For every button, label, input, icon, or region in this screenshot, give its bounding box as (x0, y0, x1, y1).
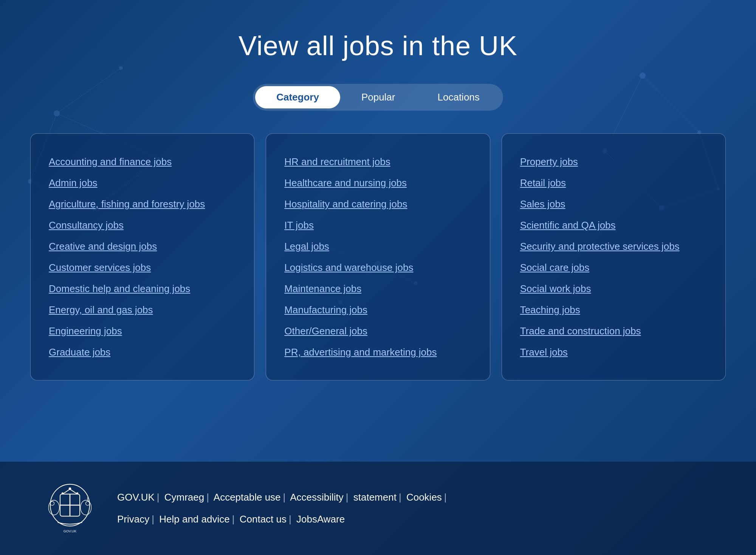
svg-point-32 (62, 492, 64, 494)
job-link[interactable]: Consultancy jobs (49, 220, 124, 231)
list-item: Retail jobs (520, 173, 707, 193)
list-item: Manufacturing jobs (284, 300, 471, 320)
job-link[interactable]: Manufacturing jobs (284, 304, 367, 315)
list-item: IT jobs (284, 215, 471, 235)
job-link[interactable]: Agriculture, fishing and forestry jobs (49, 198, 205, 210)
category-card-2: HR and recruitment jobs Healthcare and n… (266, 133, 490, 380)
list-item: Security and protective services jobs (520, 237, 707, 256)
footer-links: GOV.UK| Cymraeg| Acceptable use| Accessi… (117, 487, 449, 530)
list-item: Accounting and finance jobs (49, 152, 236, 172)
list-item: HR and recruitment jobs (284, 152, 471, 172)
list-item: Creative and design jobs (49, 237, 236, 256)
category-card-1: Accounting and finance jobs Admin jobs A… (30, 133, 254, 380)
list-item: Engineering jobs (49, 321, 236, 341)
list-item: Travel jobs (520, 342, 707, 362)
page-title: View all jobs in the UK (239, 30, 517, 61)
svg-point-37 (86, 501, 90, 505)
svg-point-33 (76, 492, 78, 494)
list-item: Teaching jobs (520, 300, 707, 320)
footer-link-cymraeg[interactable]: Cymraeg (164, 492, 204, 503)
job-link[interactable]: Logistics and warehouse jobs (284, 262, 413, 273)
list-item: Logistics and warehouse jobs (284, 258, 471, 277)
list-item: Domestic help and cleaning jobs (49, 279, 236, 298)
footer-link-acceptable-use[interactable]: Acceptable use (214, 492, 281, 503)
svg-point-35 (50, 501, 54, 505)
job-link[interactable]: Maintenance jobs (284, 283, 361, 294)
job-link[interactable]: Social work jobs (520, 283, 591, 294)
job-link[interactable]: Creative and design jobs (49, 241, 157, 252)
job-link[interactable]: PR, advertising and marketing jobs (284, 346, 437, 358)
list-item: Healthcare and nursing jobs (284, 173, 471, 193)
tab-bar: Category Popular Locations (253, 84, 503, 111)
job-link[interactable]: Hospitality and catering jobs (284, 198, 407, 210)
tab-locations[interactable]: Locations (417, 86, 501, 108)
job-link[interactable]: Social care jobs (520, 262, 590, 273)
category-card-3: Property jobs Retail jobs Sales jobs Sci… (502, 133, 726, 380)
footer-links-row2: Privacy| Help and advice| Contact us| Jo… (117, 509, 449, 530)
job-link[interactable]: Legal jobs (284, 241, 329, 252)
list-item: Consultancy jobs (49, 215, 236, 235)
list-item: Social work jobs (520, 279, 707, 298)
list-item: Maintenance jobs (284, 279, 471, 298)
list-item: Graduate jobs (49, 342, 236, 362)
job-link[interactable]: Energy, oil and gas jobs (49, 304, 153, 315)
job-link[interactable]: Graduate jobs (49, 346, 110, 358)
footer-link-jobsaware[interactable]: JobsAware (296, 513, 345, 525)
category-list-3: Property jobs Retail jobs Sales jobs Sci… (520, 152, 707, 362)
footer-link-contact[interactable]: Contact us (240, 513, 287, 525)
job-link[interactable]: Accounting and finance jobs (49, 156, 172, 167)
list-item: Trade and construction jobs (520, 321, 707, 341)
footer-link-help[interactable]: Help and advice (159, 513, 229, 525)
list-item: Property jobs (520, 152, 707, 172)
job-link[interactable]: Retail jobs (520, 177, 566, 189)
job-link[interactable]: IT jobs (284, 220, 314, 231)
tab-category[interactable]: Category (255, 86, 340, 108)
job-link[interactable]: Engineering jobs (49, 325, 122, 337)
job-link[interactable]: Trade and construction jobs (520, 325, 641, 337)
list-item: PR, advertising and marketing jobs (284, 342, 471, 362)
job-link[interactable]: Teaching jobs (520, 304, 580, 315)
job-link[interactable]: Property jobs (520, 156, 578, 167)
list-item: Social care jobs (520, 258, 707, 277)
list-item: Legal jobs (284, 237, 471, 256)
list-item: Admin jobs (49, 173, 236, 193)
job-link[interactable]: Sales jobs (520, 198, 565, 210)
job-link[interactable]: Domestic help and cleaning jobs (49, 283, 190, 294)
svg-point-31 (69, 487, 71, 490)
category-list-1: Accounting and finance jobs Admin jobs A… (49, 152, 236, 362)
footer-link-cookies[interactable]: Cookies (406, 492, 442, 503)
list-item: Scientific and QA jobs (520, 215, 707, 235)
job-link[interactable]: Customer services jobs (49, 262, 151, 273)
job-link[interactable]: Other/General jobs (284, 325, 367, 337)
list-item: Customer services jobs (49, 258, 236, 277)
gov-logo: GOV.UK (45, 481, 94, 536)
list-item: Agriculture, fishing and forestry jobs (49, 194, 236, 214)
job-link[interactable]: HR and recruitment jobs (284, 156, 390, 167)
tab-popular[interactable]: Popular (340, 86, 417, 108)
list-item: Hospitality and catering jobs (284, 194, 471, 214)
job-link[interactable]: Healthcare and nursing jobs (284, 177, 407, 189)
svg-text:GOV.UK: GOV.UK (64, 529, 76, 533)
list-item: Other/General jobs (284, 321, 471, 341)
job-link[interactable]: Travel jobs (520, 346, 568, 358)
list-item: Sales jobs (520, 194, 707, 214)
job-link[interactable]: Admin jobs (49, 177, 98, 189)
footer-link-accessibility[interactable]: Accessibility (290, 492, 344, 503)
job-link[interactable]: Scientific and QA jobs (520, 220, 616, 231)
footer: GOV.UK GOV.UK| Cymraeg| Acceptable use| … (0, 462, 756, 555)
footer-links-row1: GOV.UK| Cymraeg| Acceptable use| Accessi… (117, 487, 449, 508)
job-link[interactable]: Security and protective services jobs (520, 241, 680, 252)
job-categories-grid: Accounting and finance jobs Admin jobs A… (0, 133, 756, 380)
list-item: Energy, oil and gas jobs (49, 300, 236, 320)
footer-link-privacy[interactable]: Privacy (117, 513, 149, 525)
footer-link-statement[interactable]: statement (353, 492, 397, 503)
category-list-2: HR and recruitment jobs Healthcare and n… (284, 152, 471, 362)
footer-link-govuk[interactable]: GOV.UK (117, 492, 155, 503)
